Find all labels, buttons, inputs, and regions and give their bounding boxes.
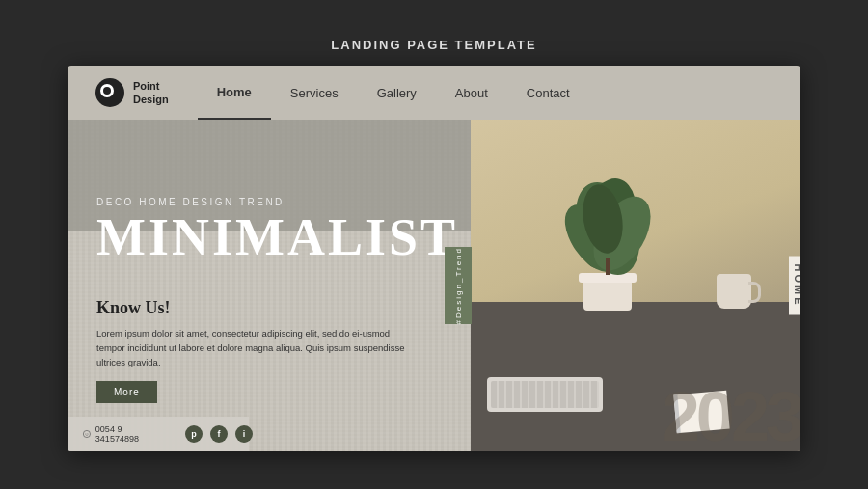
logo-icon xyxy=(95,77,125,108)
hero-heading: MINIMALIST xyxy=(96,211,442,263)
know-us-body: Lorem ipsum dolor sit amet, consectetur … xyxy=(96,326,405,370)
social-pinterest[interactable]: p xyxy=(185,425,203,443)
keyboard xyxy=(487,377,603,412)
home-vertical-tab: HOME xyxy=(789,257,800,315)
nav-home[interactable]: Home xyxy=(198,66,271,120)
hero-subtitle: DECO HOME DESIGN TREND xyxy=(96,197,442,207)
logo-text: Point Design xyxy=(133,79,169,107)
know-us-title: Know Us! xyxy=(96,298,442,318)
nav-gallery[interactable]: Gallery xyxy=(358,66,436,120)
social-instagram[interactable]: i xyxy=(235,425,253,443)
left-panel: DECO HOME DESIGN TREND MINIMALIST #Desig… xyxy=(68,120,471,451)
facebook-icon: f xyxy=(218,429,221,439)
right-panel: 2023 HOME xyxy=(471,120,800,451)
nav-contact[interactable]: Contact xyxy=(507,66,589,120)
svg-point-4 xyxy=(86,433,87,434)
main-content: DECO HOME DESIGN TREND MINIMALIST #Desig… xyxy=(68,120,800,451)
page-title: LANDING PAGE TEMPLATE xyxy=(331,38,536,52)
bottom-content: Know Us! Lorem ipsum dolor sit amet, con… xyxy=(96,283,442,404)
logo: Point Design xyxy=(95,77,169,108)
instagram-icon: i xyxy=(243,429,246,439)
more-button[interactable]: More xyxy=(96,381,157,403)
social-icons: p f i xyxy=(185,425,253,443)
side-tag-text: #Design_Trend xyxy=(454,247,463,324)
svg-point-3 xyxy=(83,430,90,437)
mug xyxy=(717,274,751,309)
svg-point-2 xyxy=(103,87,111,95)
year-watermark: 2023 xyxy=(662,382,800,451)
nav-services[interactable]: Services xyxy=(271,66,358,120)
phone-number: 0054 9 341574898 xyxy=(95,424,143,444)
phone-area: 0054 9 341574898 xyxy=(83,424,143,444)
footer-bar: 0054 9 341574898 p f i xyxy=(68,417,249,451)
header: Point Design Home Services Gallery About… xyxy=(68,66,800,120)
side-tag: #Design_Trend xyxy=(445,247,472,324)
nav: Home Services Gallery About Contact xyxy=(198,66,589,120)
nav-about[interactable]: About xyxy=(436,66,507,120)
plant-area xyxy=(530,151,685,306)
landing-card: Point Design Home Services Gallery About… xyxy=(68,66,800,451)
plant-svg xyxy=(530,151,685,315)
svg-point-5 xyxy=(88,433,89,434)
pinterest-icon: p xyxy=(191,429,197,439)
social-facebook[interactable]: f xyxy=(210,425,228,443)
whatsapp-icon xyxy=(83,428,91,440)
